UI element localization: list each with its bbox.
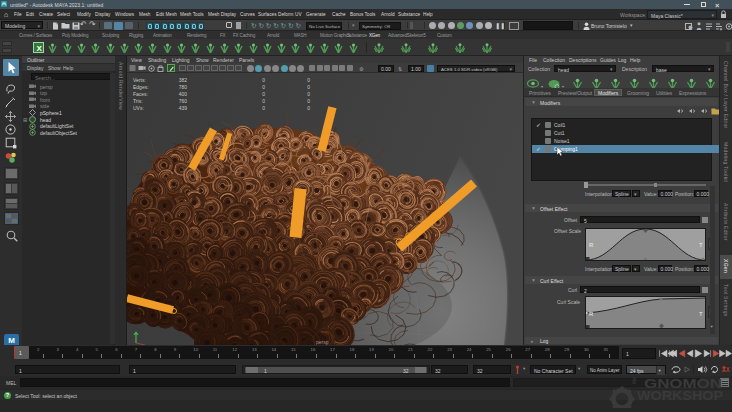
svg-text:R: R (589, 311, 594, 317)
svg-text:the: the (631, 377, 637, 384)
svg-text:T: T (699, 242, 703, 248)
svg-text:T: T (699, 311, 703, 317)
svg-text:WORKSHOP: WORKSHOP (637, 388, 723, 403)
svg-text:R: R (589, 242, 594, 248)
